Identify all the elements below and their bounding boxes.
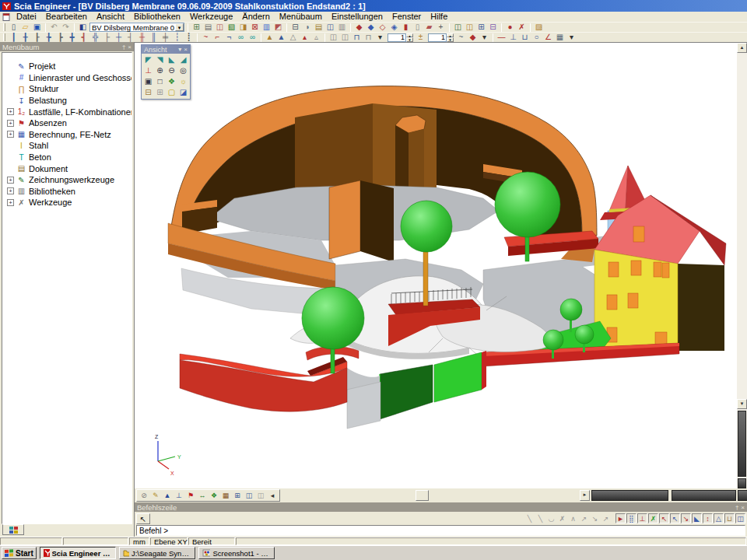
snap-end-icon[interactable]: ↖ xyxy=(659,513,669,523)
calc-7-icon[interactable]: ▰ xyxy=(423,23,435,32)
snap-win-icon[interactable]: ◫ xyxy=(735,513,745,523)
command-close-icon[interactable]: × xyxy=(741,504,745,511)
cursor-snap-icon[interactable]: ► xyxy=(615,513,626,523)
more-2-icon[interactable]: ▾ xyxy=(479,33,490,42)
menu-item-einstellungen[interactable]: Einstellungen xyxy=(327,12,388,22)
taskbar-task-screenshot1-paint[interactable]: Screenshot1 - Paint xyxy=(198,547,275,559)
line-icon[interactable]: — xyxy=(496,33,507,42)
beam-5-icon[interactable]: ┣ xyxy=(54,33,66,42)
scroll-down-button[interactable]: ▼ xyxy=(737,399,747,409)
prev-icon[interactable]: ◂ xyxy=(267,491,278,501)
table-icon[interactable]: ▥ xyxy=(261,23,272,32)
hinge-1-icon[interactable]: ∞ xyxy=(235,33,247,42)
calc-2-icon[interactable]: ◆ xyxy=(365,23,377,32)
grid-tool-icon[interactable]: ▦ xyxy=(554,33,566,42)
snap-line-icon[interactable]: ╲ xyxy=(524,514,535,523)
scroll-up-button[interactable]: ▲ xyxy=(737,43,747,53)
zoom-window-icon[interactable]: ▣ xyxy=(142,76,154,87)
sidebar-item-dokument[interactable]: ▤Dokument xyxy=(5,163,132,174)
undo-icon[interactable]: ↶ xyxy=(48,23,60,32)
document-icon[interactable]: ▤ xyxy=(313,23,324,32)
polyline-icon[interactable]: ⊔ xyxy=(519,33,531,42)
axes-icon[interactable]: ⊥ xyxy=(142,65,154,76)
snap-tan-icon[interactable]: △ xyxy=(714,513,724,523)
zoom-all-icon[interactable]: ◎ xyxy=(177,65,189,76)
snap-dir-icon[interactable]: ↗ xyxy=(579,514,589,523)
gallery-2-icon[interactable]: ◫ xyxy=(324,23,336,32)
snap-mid-icon[interactable]: ↖ xyxy=(670,513,680,523)
ansicht-palette-header[interactable]: Ansicht ▾ × xyxy=(142,45,190,54)
views-2-icon[interactable]: ◫ xyxy=(255,491,266,501)
zoom-prev-icon[interactable]: □ xyxy=(154,76,166,87)
start-button[interactable]: Start xyxy=(2,547,37,559)
zoom-in-icon[interactable]: ⊕ xyxy=(154,65,166,76)
sidebar-item-stahl[interactable]: IStahl xyxy=(5,140,132,152)
calc-4-icon[interactable]: ◈ xyxy=(388,23,400,32)
view-x-icon[interactable]: ◤ xyxy=(142,54,154,65)
terrain-icon[interactable]: ❖ xyxy=(209,491,219,501)
sidebar-item-zeichnungswerkzeuge[interactable]: +✎Zeichnungswerkzeuge xyxy=(5,174,132,186)
taskbar-task-j-seagate-sync-syncre[interactable]: J:\Seagate Sync\SyncRe... xyxy=(119,547,195,559)
snap-cross-icon[interactable]: ✗ xyxy=(648,513,658,523)
circle-icon[interactable]: ○ xyxy=(531,33,542,42)
beam-8-icon[interactable]: ╬ xyxy=(89,33,101,42)
sidebar-item-linienraster-und-geschosse[interactable]: #Linienraster und Geschosse xyxy=(5,72,132,84)
command-pin-icon[interactable]: † xyxy=(735,504,738,511)
beam-13-icon[interactable]: ║ xyxy=(148,33,160,42)
snap-scale-icon[interactable]: ⊥ xyxy=(637,513,647,523)
load-2-icon[interactable]: ▲ xyxy=(275,33,287,42)
zoom-out-icon[interactable]: ⊖ xyxy=(166,65,177,76)
beam-3-icon[interactable]: ┠ xyxy=(31,33,43,42)
chevron-down-icon[interactable]: ▾ xyxy=(175,23,184,31)
clip-box-icon[interactable]: ▢ xyxy=(166,87,177,98)
calc-5-icon[interactable]: ▮ xyxy=(400,23,412,32)
grid-icon[interactable]: ⊞ xyxy=(232,491,243,501)
menu-item-werkzeuge[interactable]: Werkzeuge xyxy=(185,12,237,22)
save-icon[interactable]: ▣ xyxy=(31,23,43,32)
expand-icon[interactable]: + xyxy=(7,108,14,115)
snap-dir-3-icon[interactable]: ↗ xyxy=(601,514,611,523)
snap-box-icon[interactable]: ⊔ xyxy=(724,513,735,523)
scroll-right-button[interactable]: ► xyxy=(580,490,590,501)
render-mode-icon[interactable]: ❖ xyxy=(166,76,177,87)
window-close-icon[interactable]: ⊟ xyxy=(487,23,499,32)
snap-tri-icon[interactable]: ◣ xyxy=(692,513,702,523)
snap-line-2-icon[interactable]: ╲ xyxy=(535,514,545,523)
sidebar-item-beton[interactable]: TBeton xyxy=(5,152,132,163)
view-y-icon[interactable]: ◥ xyxy=(154,54,166,65)
view-axo-icon[interactable]: ◢ xyxy=(177,54,189,65)
snap-ortho-icon[interactable]: ↕ xyxy=(703,513,713,523)
menu-item-bibliotheken[interactable]: Bibliotheken xyxy=(129,12,185,22)
axis-tool-icon[interactable]: ▲ xyxy=(162,491,173,501)
point-tool-icon[interactable]: ◆ xyxy=(467,33,479,42)
save-view-icon[interactable]: ⊟ xyxy=(142,87,154,98)
filter-2-icon[interactable]: ⊓ xyxy=(363,33,374,42)
viewport-3d[interactable]: Z Y X Ansicht ▾ × ◤◥◣◢⊥⊕⊖◎▣□❖☼⊟⊞▢◪ xyxy=(134,42,747,488)
select-cursor-button[interactable]: ↖ xyxy=(136,513,150,524)
support-3-icon[interactable]: ¬ xyxy=(223,33,235,42)
beam-15-icon[interactable]: ┆ xyxy=(171,33,183,42)
scale-tool-icon[interactable]: ± xyxy=(415,33,426,42)
menu-item-datei[interactable]: Datei xyxy=(12,12,41,22)
support-2-icon[interactable]: ⌐ xyxy=(212,33,223,42)
menu-item-bearbeiten[interactable]: Bearbeiten xyxy=(41,12,92,22)
mdi-document-icon[interactable] xyxy=(2,13,10,21)
attach-edit-icon[interactable]: ✎ xyxy=(150,491,161,501)
window-tile-icon[interactable]: ◫ xyxy=(452,23,464,32)
view-z-icon[interactable]: ◣ xyxy=(166,54,177,65)
hscroll-dark-bar-2[interactable] xyxy=(672,490,736,501)
filter-1-icon[interactable]: ⊓ xyxy=(351,33,363,42)
beam-1-icon[interactable]: ┃ xyxy=(8,33,19,42)
mesh-icon[interactable]: ▦ xyxy=(220,491,231,501)
calc-3-icon[interactable]: ◇ xyxy=(377,23,388,32)
beam-11-icon[interactable]: ┤ xyxy=(124,33,136,42)
flag-icon[interactable]: ⚑ xyxy=(185,491,196,501)
pin-icon[interactable]: † xyxy=(122,44,125,51)
export-image-icon[interactable]: ▨ xyxy=(533,23,545,32)
more-icon[interactable]: ▾ xyxy=(374,33,386,42)
load-1-icon[interactable]: ▲ xyxy=(264,33,275,42)
select-1-icon[interactable]: ◫ xyxy=(328,33,339,42)
beam-9-icon[interactable]: ├ xyxy=(101,33,113,42)
open-folder-icon[interactable]: ▱ xyxy=(19,23,31,32)
beam-16-icon[interactable]: ┋ xyxy=(183,33,195,42)
